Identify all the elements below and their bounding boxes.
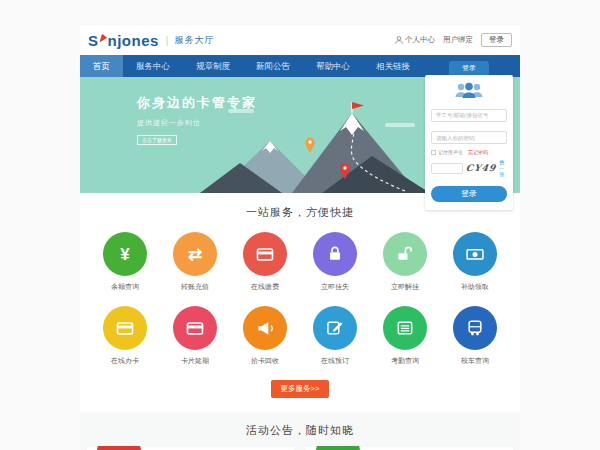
nav-item-help-center[interactable]: 帮助中心 — [303, 55, 363, 77]
megaphone-icon — [255, 318, 275, 338]
service-subsidy-collection[interactable]: 补助领取 — [440, 232, 510, 292]
nav-item-related-links[interactable]: 相关链接 — [363, 55, 423, 77]
captcha-input[interactable] — [431, 163, 463, 174]
bank-card-icon — [255, 244, 275, 264]
list-icon — [395, 318, 415, 338]
users-group-icon — [453, 82, 485, 99]
remember-label: 记住用户名 — [438, 149, 463, 155]
service-label: 补助领取 — [440, 282, 510, 292]
map-pin-dot — [343, 166, 346, 169]
captcha-refresh-link[interactable]: 换一张 — [499, 159, 507, 177]
service-school-bus-inquiry[interactable]: 校车查询 — [440, 306, 510, 366]
logo-text-s: S — [88, 32, 99, 49]
service-circle — [103, 306, 147, 350]
service-attendance-inquiry[interactable]: 考勤查询 — [370, 306, 440, 366]
service-label: 立即解挂 — [370, 282, 440, 292]
service-label: 拾卡回收 — [230, 356, 300, 366]
usage-guide-ribbon[interactable]: 使用指南 — [314, 446, 362, 450]
service-circle — [313, 232, 357, 276]
service-circle — [453, 306, 497, 350]
top-header: S njones | 服务大厅 个人中心 用户绑定 登录 — [80, 25, 520, 55]
service-label: 考勤查询 — [370, 356, 440, 366]
personal-center-link[interactable]: 个人中心 — [395, 35, 435, 45]
logo-text-rest: njones — [108, 32, 159, 49]
service-circle: ⇄ — [173, 232, 217, 276]
service-balance-inquiry[interactable]: ¥ 余额查询 — [90, 232, 160, 292]
bank-card-icon — [185, 318, 205, 338]
service-report-loss[interactable]: 立即挂失 — [300, 232, 370, 292]
login-tab[interactable]: 登录 — [449, 61, 489, 75]
edit-icon — [325, 318, 345, 338]
nav-item-rules[interactable]: 规章制度 — [183, 55, 243, 77]
site-logo[interactable]: S njones | 服务大厅 — [88, 32, 214, 49]
user-icon — [395, 36, 403, 44]
transfer-icon: ⇄ — [188, 246, 202, 263]
yuan-icon: ¥ — [120, 246, 129, 263]
service-label: 校车查询 — [440, 356, 510, 366]
login-form: 记住用户名 忘记密码 CY49 换一张 登录 — [425, 75, 513, 210]
user-binding-link[interactable]: 用户绑定 — [443, 35, 473, 45]
service-label: 立即挂失 — [300, 282, 370, 292]
logo-divider: | — [166, 35, 169, 46]
hero-cta-button[interactable]: 点击了解更多 — [137, 135, 177, 145]
more-services-button[interactable]: 更多服务>> — [271, 380, 330, 398]
login-submit-button[interactable]: 登录 — [431, 186, 507, 202]
service-circle — [383, 306, 427, 350]
service-circle — [383, 232, 427, 276]
service-card-extension[interactable]: 卡片延期 — [160, 306, 230, 366]
announcements-section: 活动公告，随时知晓 使用指南 最新公告 更多>> 使用指南 更多>> — [80, 412, 520, 450]
lock-icon — [325, 244, 345, 264]
page: S njones | 服务大厅 个人中心 用户绑定 登录 首页 服务中心 规章制… — [80, 0, 520, 450]
cloud-icon — [385, 123, 415, 127]
service-transfer-recharge[interactable]: ⇄ 转账充值 — [160, 232, 230, 292]
bank-card-icon — [115, 318, 135, 338]
service-label: 在线缴费 — [230, 282, 300, 292]
captcha-image: CY49 — [465, 163, 497, 173]
service-circle — [243, 306, 287, 350]
header-login-button[interactable]: 登录 — [481, 33, 512, 47]
map-pin-dot — [308, 140, 311, 143]
service-label: 转账充值 — [160, 282, 230, 292]
service-circle: ¥ — [103, 232, 147, 276]
service-label: 在线预订 — [300, 356, 370, 366]
login-panel: 登录 记住用户名 忘记密码 — [425, 61, 513, 210]
service-card-recovery[interactable]: 拾卡回收 — [230, 306, 300, 366]
nav-item-home[interactable]: 首页 — [80, 55, 123, 77]
service-label: 余额查询 — [90, 282, 160, 292]
service-label: 卡片延期 — [160, 356, 230, 366]
unlock-icon — [395, 244, 415, 264]
service-online-card-application[interactable]: 在线办卡 — [90, 306, 160, 366]
nav-item-service-center[interactable]: 服务中心 — [123, 55, 183, 77]
service-circle — [453, 232, 497, 276]
services-grid: ¥ 余额查询 ⇄ 转账充值 在线缴费 — [90, 232, 510, 366]
user-binding-label: 用户绑定 — [443, 35, 473, 45]
cloud-icon — [228, 109, 254, 113]
hero-banner: 你身边的卡管专家 提供捷径一步到位 点击了解更多 登录 — [80, 77, 520, 193]
logo-arrow-icon — [99, 34, 107, 44]
flag-icon — [352, 102, 364, 109]
service-circle — [173, 306, 217, 350]
services-section: 一站服务，方便快捷 ¥ 余额查询 ⇄ 转账充值 — [80, 193, 520, 412]
mountain-illustration — [200, 101, 430, 193]
service-cancel-loss[interactable]: 立即解挂 — [370, 232, 440, 292]
bus-icon — [465, 318, 485, 338]
password-input[interactable] — [431, 131, 507, 144]
username-input[interactable] — [431, 109, 507, 122]
usage-guide-ribbon[interactable]: 使用指南 — [95, 446, 143, 450]
service-online-booking[interactable]: 在线预订 — [300, 306, 370, 366]
forgot-password-link[interactable]: 忘记密码 — [468, 149, 488, 155]
service-online-payment[interactable]: 在线缴费 — [230, 232, 300, 292]
service-label: 在线办卡 — [90, 356, 160, 366]
banknote-icon — [465, 244, 485, 264]
site-name: 服务大厅 — [174, 34, 214, 47]
remember-row: 记住用户名 忘记密码 — [431, 149, 507, 155]
header-right: 个人中心 用户绑定 登录 — [395, 33, 512, 47]
announcements-title: 活动公告，随时知晓 — [80, 423, 520, 438]
service-circle — [243, 232, 287, 276]
remember-checkbox[interactable] — [431, 150, 436, 155]
personal-center-label: 个人中心 — [405, 35, 435, 45]
nav-item-news[interactable]: 新闻公告 — [243, 55, 303, 77]
service-circle — [313, 306, 357, 350]
captcha-row: CY49 换一张 — [431, 159, 507, 177]
